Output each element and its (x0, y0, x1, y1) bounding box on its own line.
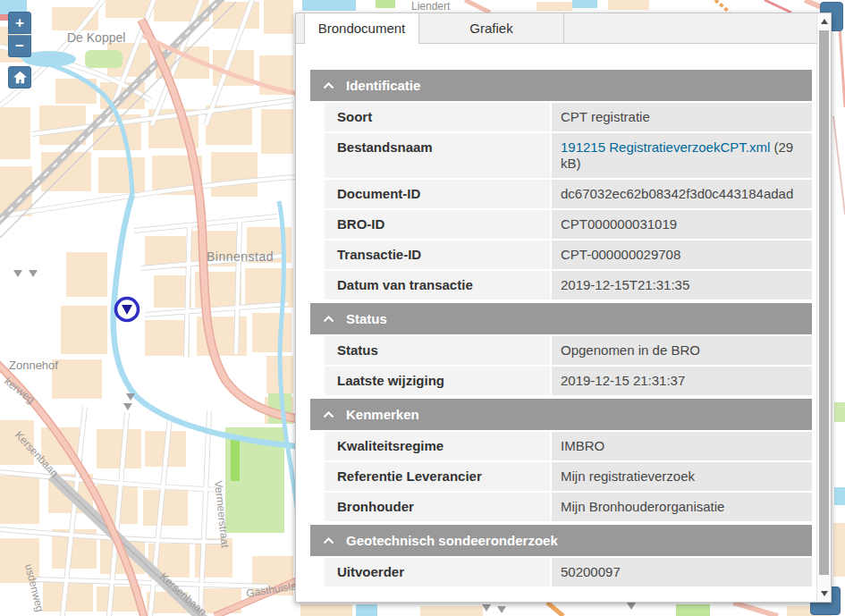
row-value: IMBRO (552, 432, 812, 460)
tab-grafiek[interactable]: Grafiek (419, 13, 564, 43)
table-row: Bestandsnaam 191215 RegistratieverzoekCP… (325, 133, 812, 178)
section-title: Identificatie (346, 78, 420, 93)
selected-cpt-marker[interactable] (116, 299, 139, 321)
row-label: Kwaliteitsregime (325, 432, 550, 460)
row-value: 2019-12-15T21:31:35 (552, 271, 812, 300)
row-label: Soort (325, 103, 550, 131)
area-label-binnenstad: Binnenstad (207, 249, 274, 264)
row-label: Bronhouder (325, 493, 550, 521)
chevron-up-icon (323, 411, 334, 418)
area-label-de-koppel: De Koppel (67, 30, 125, 45)
row-label: Document-ID (325, 180, 550, 208)
row-label: Transactie-ID (325, 240, 550, 269)
section-header-status[interactable]: Status (310, 303, 812, 334)
section-title: Status (346, 311, 387, 326)
section-status: Status Status Opgenomen in de BRO Laatst… (310, 303, 812, 395)
row-label: BRO-ID (325, 210, 550, 239)
row-value: Mijn Bronhouderorganisatie (552, 493, 812, 521)
row-value: CPT000000031019 (552, 210, 812, 239)
file-download-link[interactable]: 191215 RegistratieverzoekCPT.xml (561, 139, 770, 155)
scrollbar-thumb[interactable] (819, 30, 829, 575)
triangle-up-icon (821, 19, 828, 24)
section-header-identificatie[interactable]: Identificatie (310, 70, 812, 101)
row-value: Opgenomen in de BRO (552, 336, 812, 365)
chevron-up-icon (323, 537, 334, 544)
row-label: Status (325, 336, 550, 365)
section-geotechnisch-sondeeronderzoek: Geotechnisch sondeeronderzoek Uitvoerder… (310, 525, 812, 586)
row-label: Laatste wijziging (325, 367, 550, 395)
area-label-liendert: Liendert (411, 0, 451, 13)
table-row: BRO-ID CPT000000031019 (325, 210, 812, 239)
scroll-down-button[interactable] (817, 586, 831, 601)
section-title: Kenmerken (346, 407, 419, 422)
zoom-out-button[interactable]: − (8, 35, 31, 57)
table-row: Document-ID dc67032ec62b08342f3d0c443184… (325, 180, 812, 208)
row-value: CPT registratie (552, 103, 812, 131)
row-value: CPT-000000029708 (552, 240, 812, 269)
section-header-kenmerken[interactable]: Kenmerken (310, 399, 812, 430)
row-label: Uitvoerder (325, 558, 550, 586)
chevron-up-icon (323, 82, 334, 89)
triangle-down-icon (821, 591, 828, 596)
table-row: Referentie Leverancier Mijn registratiev… (325, 462, 812, 491)
section-kenmerken: Kenmerken Kwaliteitsregime IMBRO Referen… (310, 399, 812, 521)
row-value: dc67032ec62b08342f3d0c443184adad (552, 180, 812, 208)
section-title: Geotechnisch sondeeronderzoek (346, 533, 558, 548)
table-row: Transactie-ID CPT-000000029708 (325, 240, 812, 269)
row-label: Referentie Leverancier (325, 462, 550, 491)
table-row: Laatste wijziging 2019-12-15 21:31:37 (325, 367, 812, 395)
zoom-in-button[interactable]: + (8, 12, 31, 34)
tab-brondocument[interactable]: Brondocument (304, 13, 419, 44)
table-row: Status Opgenomen in de BRO (325, 336, 812, 365)
row-value: 191215 RegistratieverzoekCPT.xml (29 kB) (552, 133, 812, 178)
row-label: Datum van transactie (325, 271, 550, 300)
area-label-zonnehof: Zonnehof (9, 359, 58, 372)
table-row: Kwaliteitsregime IMBRO (325, 432, 812, 460)
section-header-geotechnisch[interactable]: Geotechnisch sondeeronderzoek (310, 525, 812, 556)
table-row: Soort CPT registratie (325, 103, 812, 131)
scroll-up-button[interactable] (817, 14, 831, 29)
tab-bar: Brondocument Grafiek (296, 13, 831, 44)
detail-panel: Brondocument Grafiek Identificatie Soort… (295, 13, 832, 603)
table-row: Datum van transactie 2019-12-15T21:31:35 (325, 271, 812, 300)
home-button[interactable] (8, 66, 31, 89)
home-icon (13, 71, 28, 84)
section-identificatie: Identificatie Soort CPT registratie Best… (310, 70, 812, 300)
chevron-up-icon (323, 316, 334, 323)
row-label: Bestandsnaam (325, 133, 550, 178)
panel-content: Identificatie Soort CPT registratie Best… (296, 44, 831, 586)
row-value: 50200097 (552, 558, 812, 586)
table-row: Uitvoerder 50200097 (325, 558, 812, 586)
table-row: Bronhouder Mijn Bronhouderorganisatie (325, 493, 812, 521)
row-value: Mijn registratieverzoek (552, 462, 812, 491)
row-value: 2019-12-15 21:31:37 (552, 367, 812, 395)
panel-scrollbar[interactable] (816, 13, 831, 602)
bro-viewer-app: De Koppel Liendert Binnenstad Zonnehof k… (0, 0, 845, 616)
